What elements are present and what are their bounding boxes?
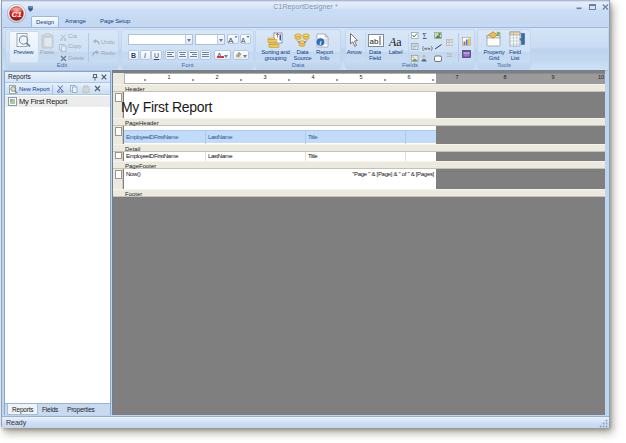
svg-text:Σ: Σ [423,32,427,41]
svg-text:(«»): («») [422,45,433,51]
svg-text:i: i [320,39,322,46]
svg-text:A: A [228,36,234,44]
svg-text:A: A [241,37,246,44]
svg-text:ab: ab [370,37,379,46]
